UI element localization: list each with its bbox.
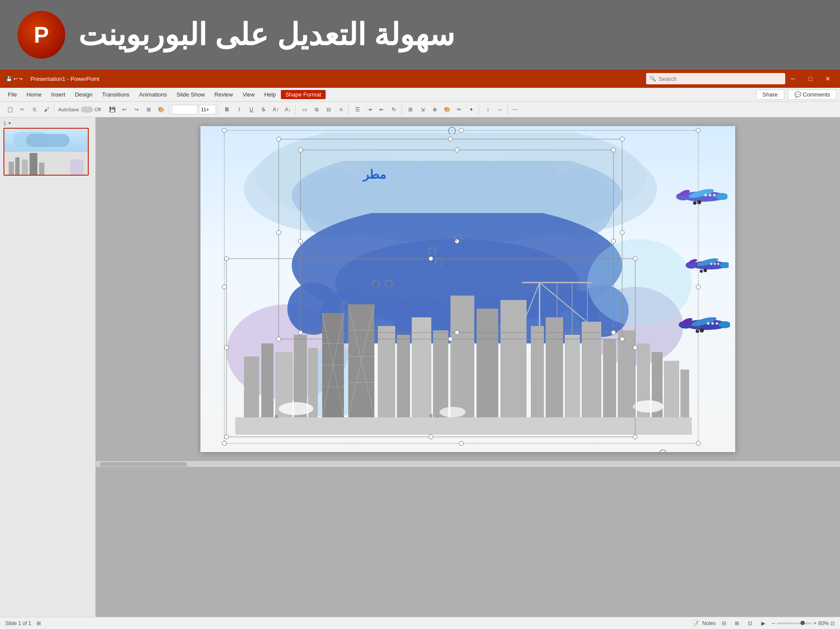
slide-number-area: 1 ★	[3, 121, 92, 126]
list-button[interactable]: ☰	[352, 104, 363, 115]
menu-review[interactable]: Review	[210, 90, 237, 99]
menu-slideshow[interactable]: Slide Show	[172, 90, 209, 99]
group-button[interactable]: ⊟	[323, 104, 334, 115]
color-button[interactable]: 🎨	[155, 104, 167, 115]
horizontal-scrollbar[interactable]	[96, 461, 840, 467]
svg-point-112	[713, 194, 716, 196]
menu-file[interactable]: File	[3, 90, 21, 99]
position-button[interactable]: ⊕	[429, 104, 440, 115]
underline-button[interactable]: U	[246, 104, 257, 115]
effect-button[interactable]: ✦	[466, 104, 477, 115]
line-color-button[interactable]: ✏	[453, 104, 465, 115]
svg-rect-80	[477, 309, 498, 417]
thumb-cloud-2	[26, 134, 70, 147]
strikethrough-button[interactable]: S̶	[258, 104, 269, 115]
svg-point-105	[436, 415, 439, 418]
zoom-in-button[interactable]: +	[813, 620, 817, 626]
search-input[interactable]	[659, 76, 782, 82]
zoom-thumb	[800, 621, 805, 625]
paste-button[interactable]: 📋	[4, 104, 16, 115]
slide-number: 1	[3, 121, 6, 126]
align-button[interactable]: ≡	[335, 104, 347, 115]
rotate-button[interactable]: ↻	[388, 104, 400, 115]
svg-rect-57	[235, 417, 692, 435]
toolbar-group-clipboard: 📋 ✂ ⎘ 🖌	[3, 104, 54, 115]
ppt-window: 💾 ↩ ↪ Presentation1 - PowerPoint 🔍 ─ □ ✕…	[0, 70, 840, 629]
font-family-selector[interactable]	[172, 105, 198, 114]
svg-point-135	[696, 329, 699, 333]
notes-label[interactable]: Notes	[702, 620, 716, 626]
undo-button[interactable]: ↩	[119, 104, 130, 115]
redo-button[interactable]: ↪	[131, 104, 142, 115]
toolbar: 📋 ✂ ⎘ 🖌 AutoSave Off 💾 ↩ ↪ ⊞ 🎨 11+ B I U…	[0, 102, 840, 117]
svg-rect-79	[450, 296, 474, 417]
svg-rect-75	[378, 326, 395, 417]
copy-button[interactable]: ⎘	[29, 104, 40, 115]
arrange-button[interactable]: ⧉	[311, 104, 322, 115]
toolbar-group-size: ↕ ↔	[480, 104, 508, 115]
font-size-down-button[interactable]: A↓	[282, 104, 293, 115]
shape-button[interactable]: ▭	[299, 104, 310, 115]
title-bar: 💾 ↩ ↪ Presentation1 - PowerPoint 🔍 ─ □ ✕	[0, 70, 840, 88]
save-button[interactable]: 💾	[107, 104, 118, 115]
italic-button[interactable]: I	[233, 104, 245, 115]
outdent-button[interactable]: ⇤	[376, 104, 387, 115]
share-area: Share 💬 Comments	[756, 90, 837, 100]
zoom-track[interactable]	[777, 622, 812, 624]
thumb-city	[4, 152, 88, 175]
share-button[interactable]: Share	[756, 90, 784, 100]
zoom-out-button[interactable]: ─	[771, 620, 775, 626]
svg-rect-93	[603, 339, 616, 417]
svg-point-113	[704, 194, 707, 196]
menu-view[interactable]: View	[238, 90, 259, 99]
menu-design[interactable]: Design	[70, 90, 97, 99]
toolbar-group-shapes: ▭ ⧉ ⊟ ≡	[297, 104, 349, 115]
menu-insert[interactable]: Insert	[47, 90, 70, 99]
restore-button[interactable]: □	[803, 73, 818, 85]
scrollbar-thumb[interactable]	[100, 462, 187, 466]
menu-transitions[interactable]: Transitions	[98, 90, 134, 99]
toolbar-group-more: ☰ ⇥ ⇤ ↻	[350, 104, 402, 115]
font-size-selector[interactable]: 11+	[199, 105, 216, 114]
menu-home[interactable]: Home	[22, 90, 46, 99]
menu-help[interactable]: Help	[260, 90, 280, 99]
width-field[interactable]: ↔	[494, 104, 506, 115]
slideshow-button[interactable]: ▶	[758, 619, 768, 628]
crop-button[interactable]: ⊞	[405, 104, 416, 115]
view-toggle-button[interactable]: ⊞	[143, 104, 154, 115]
comments-button[interactable]: 💬 Comments	[788, 90, 837, 100]
zoom-control[interactable]: ─ + 80% ⊡	[771, 620, 835, 626]
fit-button[interactable]: ⊡	[830, 620, 835, 626]
cut-button[interactable]: ✂	[17, 104, 28, 115]
height-field[interactable]: ↕	[482, 104, 493, 115]
normal-view-button[interactable]: ⊟	[719, 619, 729, 628]
slide-sorter-button[interactable]: ⊞	[732, 619, 742, 628]
city-skyline	[235, 270, 692, 435]
indent-button[interactable]: ⇥	[364, 104, 375, 115]
svg-point-101	[633, 400, 663, 413]
reading-view-button[interactable]: ⊡	[745, 619, 755, 628]
search-bar[interactable]: 🔍	[646, 73, 785, 84]
toolbar-group-extra: ⊞ ⇲ ⊕ 🎨 ✏ ✦	[403, 104, 479, 115]
font-size-up-button[interactable]: A↑	[270, 104, 281, 115]
format-painter-button[interactable]: 🖌	[41, 104, 52, 115]
autosave-toggle[interactable]	[81, 106, 93, 113]
minimize-icon: ─	[791, 75, 795, 82]
menu-animations[interactable]: Animations	[135, 90, 171, 99]
comment-icon: 💬	[794, 91, 803, 98]
svg-point-132	[716, 322, 718, 325]
more-button[interactable]: ⋯	[509, 104, 520, 115]
fill-color-button[interactable]: 🎨	[441, 104, 453, 115]
slide-thumbnail[interactable]	[3, 128, 89, 176]
thumb-sky	[4, 129, 88, 152]
slide-canvas[interactable]: مطر	[200, 126, 735, 452]
resize-button[interactable]: ⇲	[417, 104, 428, 115]
bold-button[interactable]: B	[221, 104, 233, 115]
close-button[interactable]: ✕	[820, 73, 836, 85]
menu-shape-format[interactable]: Shape Format	[281, 90, 325, 99]
slide-info: Slide 1 of 1	[5, 620, 31, 626]
thumb-building-4	[30, 153, 37, 175]
toolbar-group-file: 💾 ↩ ↪ ⊞ 🎨	[105, 104, 169, 115]
svg-point-99	[279, 402, 313, 415]
minimize-button[interactable]: ─	[785, 73, 801, 85]
